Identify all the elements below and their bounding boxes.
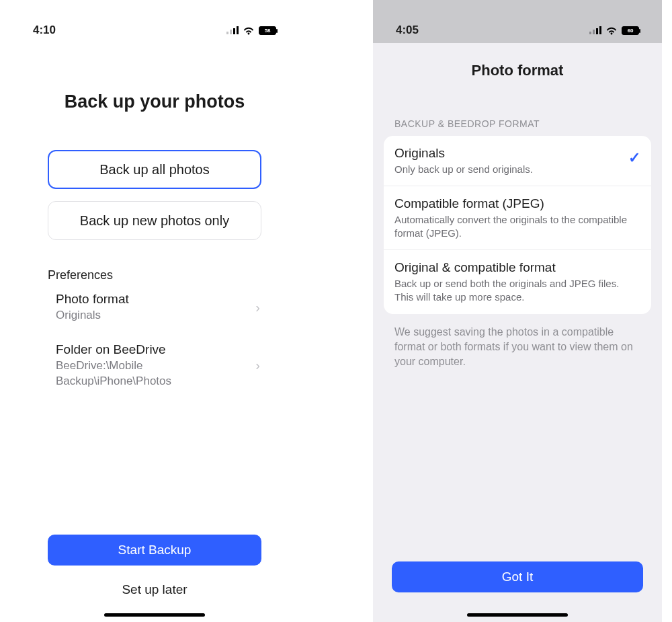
checkmark-icon: ✓	[628, 149, 640, 167]
status-bar: 4:05 60	[373, 0, 662, 43]
svg-rect-5	[593, 30, 595, 34]
screen-backup-setup: 4:10 58 Back up your photos Back up all …	[10, 0, 299, 622]
pref-folder-on-beedrive[interactable]: Folder on BeeDrive BeeDrive:\Mobile Back…	[48, 333, 261, 399]
got-it-button[interactable]: Got It	[392, 561, 643, 592]
sheet-title: Photo format	[384, 62, 651, 79]
svg-rect-4	[589, 32, 591, 34]
pref-row-title: Folder on BeeDrive	[56, 342, 230, 357]
cellular-icon	[589, 26, 601, 34]
svg-rect-7	[599, 26, 601, 34]
start-backup-button[interactable]: Start Backup	[48, 535, 261, 566]
svg-rect-0	[226, 32, 228, 34]
battery-icon: 58	[259, 26, 276, 35]
chevron-right-icon: ›	[255, 300, 260, 315]
svg-rect-6	[596, 28, 598, 34]
option-title: Original & compatible format	[394, 260, 640, 276]
status-time: 4:05	[396, 24, 419, 37]
chevron-right-icon: ›	[255, 358, 260, 373]
format-option-compatible-jpeg[interactable]: Compatible format (JPEG) Automatically c…	[384, 186, 651, 250]
status-bar: 4:10 58	[10, 0, 299, 43]
set-up-later-button[interactable]: Set up later	[48, 576, 261, 603]
pref-photo-format[interactable]: Photo format Originals ›	[48, 282, 261, 333]
home-indicator	[104, 613, 205, 617]
option-title: Originals	[394, 145, 533, 161]
svg-rect-2	[233, 28, 235, 34]
pref-row-title: Photo format	[56, 292, 129, 307]
photo-format-sheet: Photo format BACKUP & BEEDROP FORMAT Ori…	[373, 47, 662, 622]
format-option-original-and-compatible[interactable]: Original & compatible format Back up or …	[384, 250, 651, 313]
wifi-icon	[243, 26, 255, 35]
svg-rect-3	[237, 26, 239, 34]
page-title: Back up your photos	[48, 91, 261, 112]
backup-all-option[interactable]: Back up all photos	[48, 150, 261, 189]
option-subtitle: Automatically convert the originals to t…	[394, 213, 640, 241]
cellular-icon	[226, 26, 239, 34]
pref-row-value: BeeDrive:\Mobile Backup\iPhone\Photos	[56, 358, 230, 389]
status-time: 4:10	[33, 24, 56, 37]
option-title: Compatible format (JPEG)	[394, 196, 640, 212]
svg-rect-1	[230, 30, 232, 34]
format-hint-text: We suggest saving the photos in a compat…	[394, 325, 640, 370]
backup-new-only-option[interactable]: Back up new photos only	[48, 201, 261, 240]
preferences-heading: Preferences	[48, 268, 261, 282]
screen-photo-format: 4:05 60 Photo format BACKUP & BEEDROP FO…	[373, 0, 662, 622]
pref-row-value: Originals	[56, 308, 129, 323]
format-options-list: Originals Only back up or send originals…	[384, 136, 651, 314]
wifi-icon	[605, 26, 618, 35]
battery-icon: 60	[622, 26, 639, 35]
option-subtitle: Only back up or send originals.	[394, 163, 533, 176]
option-subtitle: Back up or send both the originals and J…	[394, 277, 640, 305]
home-indicator	[467, 613, 568, 617]
format-option-originals[interactable]: Originals Only back up or send originals…	[384, 136, 651, 186]
section-heading: BACKUP & BEEDROP FORMAT	[394, 118, 651, 129]
